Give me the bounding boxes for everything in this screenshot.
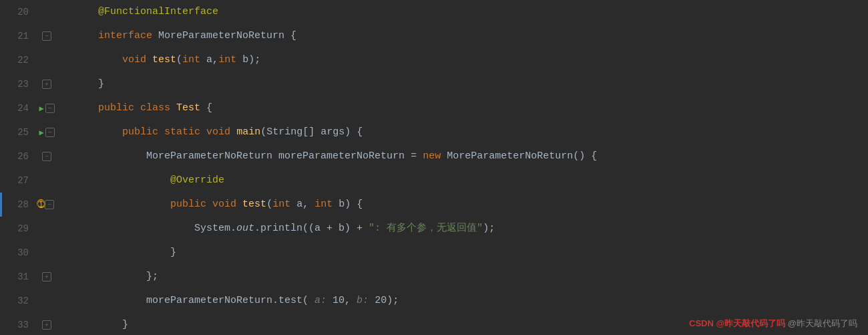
line-number-27: 27 [0, 169, 37, 193]
gutter-26[interactable]: − [37, 152, 57, 161]
fold-icon-26[interactable]: − [42, 152, 51, 161]
line-number-32: 32 [0, 289, 37, 313]
line-number-25: 25 [0, 120, 37, 144]
line-number-24: 24 [0, 96, 37, 120]
fold-icon-21[interactable]: − [42, 31, 51, 41]
gutter-33[interactable]: + [37, 320, 57, 330]
run-button-25[interactable]: ▶ [39, 128, 43, 138]
fold-icon-24[interactable]: − [45, 104, 55, 113]
fold-icon-25[interactable]: − [45, 128, 55, 137]
gutter-24[interactable]: ▶ − [37, 104, 57, 114]
line-number-26: 26 [0, 144, 37, 169]
fold-icon-28[interactable]: − [45, 200, 54, 209]
line-number-29: 29 [0, 217, 37, 241]
line-number-21: 21 [0, 24, 37, 48]
line-number-28: 28 [0, 193, 37, 217]
gutter-25[interactable]: ▶ − [37, 128, 57, 138]
line-number-33: 33 [0, 313, 37, 335]
line-number-20: 20 [0, 0, 37, 24]
line-number-23: 23 [0, 72, 37, 96]
watermark-handle: @昨天敲代码了吗 [788, 318, 857, 328]
code-editor: 20 @FunctionalInterface 21 − interface M… [0, 0, 868, 335]
line-number-31: 31 [0, 265, 37, 289]
run-button-24[interactable]: ▶ [39, 104, 43, 114]
gutter-31[interactable]: + [37, 272, 57, 282]
watermark-csdn: CSDN @昨天敲代码了吗 [689, 318, 785, 328]
fold-end-23[interactable]: + [42, 80, 51, 89]
warning-icon-28: ⓵ [37, 200, 45, 210]
line-number-22: 22 [0, 48, 37, 72]
line-number-30: 30 [0, 241, 37, 265]
watermark: CSDN @昨天敲代码了吗 @昨天敲代码了吗 [689, 318, 857, 330]
fold-end-33[interactable]: + [42, 320, 51, 330]
fold-end-31[interactable]: + [42, 272, 51, 282]
gutter-21[interactable]: − [37, 31, 57, 41]
gutter-28[interactable]: ⓵ − [37, 200, 57, 209]
left-border-28 [0, 193, 2, 217]
gutter-23: + [37, 80, 57, 89]
